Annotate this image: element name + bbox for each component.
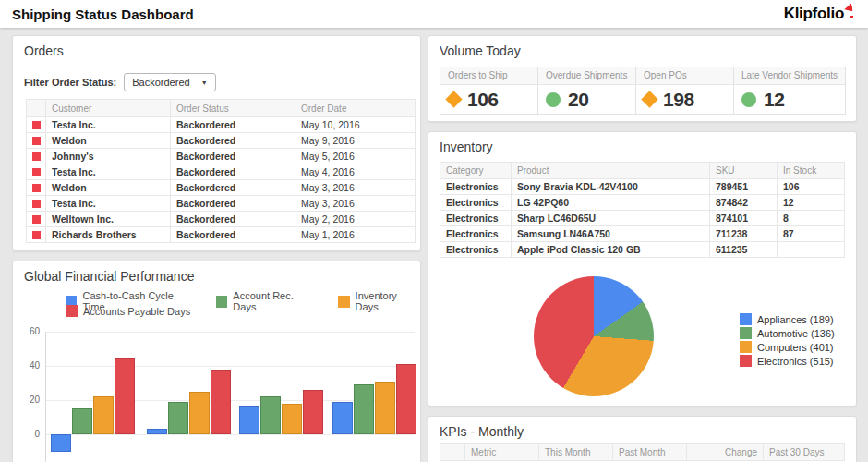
order-status-filter: Filter Order Status: Backordered ▼ [24,73,216,91]
orders-table: CustomerOrder StatusOrder DateTesta Inc.… [26,99,416,243]
volume-kpi-value: 12 [764,89,784,111]
page-title: Shipping Status Dashboard [0,6,194,22]
circle-status-icon [546,92,561,107]
inventory-col-header: Category [440,163,512,179]
sku-cell: 874842 [710,195,778,211]
category-cell: Electronics [440,195,512,211]
diamond-status-icon [445,91,462,107]
customer-cell: Testa Inc. [46,196,171,212]
bar-1 [239,406,259,434]
status-square-icon [32,200,41,208]
table-row: ElectronicsSharp LC46D65U8741018 [440,211,845,226]
kpis-table: MetricThis MonthPast MonthChangePast 30 … [440,443,845,461]
customer-cell: Richards Brothers [46,227,171,243]
kpis-col-header: Past 30 Days [764,444,845,461]
volume-panel: Volume Today Orders to Ship106Overdue Sh… [428,35,857,122]
legend-item: Account Rec. Days [216,290,316,312]
legend-label: Electronics (515) [757,356,834,367]
legend-label: Accounts Payable Days [83,306,190,317]
inventory-col-header: In Stock [778,163,845,179]
stock-cell: 106 [778,179,845,195]
legend-label: Account Rec. Days [233,290,316,312]
inventory-col-header: Product [512,163,710,179]
volume-kpi-value: 106 [467,89,499,111]
status-cell [27,133,46,149]
order-status-cell: Backordered [171,164,295,180]
status-square-icon [32,168,41,176]
kpis-col-header: Past Month [613,444,687,461]
inventory-table: CategoryProductSKUIn StockElectronicsSon… [440,162,845,258]
category-cell: Electronics [440,226,512,242]
order-status-cell: Backordered [171,196,295,212]
app-header: Shipping Status Dashboard Klipfolio [0,0,868,28]
table-row: Richards BrothersBackorderedMay 1, 2016 [27,227,416,243]
legend-swatch [216,296,227,308]
table-row: Johnny'sBackorderedMay 5, 2016 [27,149,416,164]
table-row: Welltown Inc.BackorderedMay 2, 2016 [27,212,416,227]
logo-dot [850,16,853,18]
kpis-panel-title: KPIs - Monthly [440,424,524,439]
order-date-cell: May 3, 2016 [295,196,416,212]
volume-kpi-label: Late Vendor Shipments [734,67,845,85]
legend-item: Computers (401) [740,341,835,353]
inventory-panel-title: Inventory [440,140,493,154]
legend-item: Appliances (189) [740,313,835,325]
product-cell: Samsung LN46A750 [512,226,710,242]
bar-2 [168,402,188,434]
status-square-icon [32,231,41,239]
bar-4 [115,358,135,434]
bar-group [147,332,232,462]
volume-kpi-value-row: 20 [538,85,635,114]
legend-item: Accounts Payable Days [66,305,190,317]
table-row: ElectronicsApple iPod Classic 120 GB6112… [440,242,845,258]
bar-4 [303,390,323,434]
y-axis-label: 40 [17,360,40,371]
kpis-col-header: Metric [465,444,539,461]
legend-item: Automotive (136) [740,327,835,339]
table-row: ElectronicsSony Bravia KDL-42V4100789451… [440,179,845,195]
financial-panel: Global Financial Performance Cash-to-Cas… [12,261,421,462]
table-row: ElectronicsSamsung LN46A75071123887 [440,226,845,242]
orders-panel-title: Orders [24,43,64,58]
legend-swatch [740,355,752,367]
volume-kpi-grid: Orders to Ship106Overdue Shipments20Open… [440,67,846,115]
table-row: Testa Inc.BackorderedMay 3, 2016 [27,196,416,212]
sku-cell: 789451 [710,179,778,195]
volume-kpi: Open POs198 [636,67,734,114]
customer-cell: Testa Inc. [46,117,171,133]
orders-col-header: Customer [46,100,171,117]
stock-cell: 12 [778,195,845,211]
y-axis-label: 20 [17,395,40,405]
bar-group [332,332,417,462]
product-cell: Sony Bravia KDL-42V4100 [512,179,710,195]
status-cell [27,212,46,227]
customer-cell: Weldon [46,180,171,196]
y-axis-label: 0 [17,429,40,439]
order-date-cell: May 10, 2016 [295,117,416,133]
legend-item: Inventory Days [338,290,420,312]
orders-col-header: Order Date [295,100,416,117]
product-cell: LG 42PQ60 [512,195,710,211]
volume-kpi-value-row: 198 [636,85,733,114]
customer-cell: Testa Inc. [46,164,171,180]
bar-1 [332,402,353,434]
status-cell [27,196,46,212]
legend-label: Computers (401) [757,342,834,353]
orders-header-row: CustomerOrder StatusOrder Date [27,100,416,117]
table-row: WeldonBackorderedMay 3, 2016 [27,180,416,196]
bar-3 [375,382,395,434]
inventory-pie-chart [534,276,654,396]
volume-kpi: Orders to Ship106 [440,67,538,114]
legend-label: Automotive (136) [757,328,835,339]
inventory-panel: Inventory CategoryProductSKUIn StockElec… [428,131,857,407]
kpis-panel: KPIs - Monthly MetricThis MonthPast Mont… [428,416,857,462]
volume-kpi-label: Open POs [636,67,733,85]
order-status-cell: Backordered [171,117,295,133]
selected-option: Backordered [132,77,189,88]
legend-label: Appliances (189) [757,314,834,325]
legend-swatch [740,341,752,353]
product-cell: Sharp LC46D65U [512,211,710,226]
legend-swatch [740,327,752,339]
kpis-header-row: MetricThis MonthPast MonthChangePast 30 … [440,444,845,461]
order-status-select[interactable]: Backordered ▼ [124,73,215,91]
